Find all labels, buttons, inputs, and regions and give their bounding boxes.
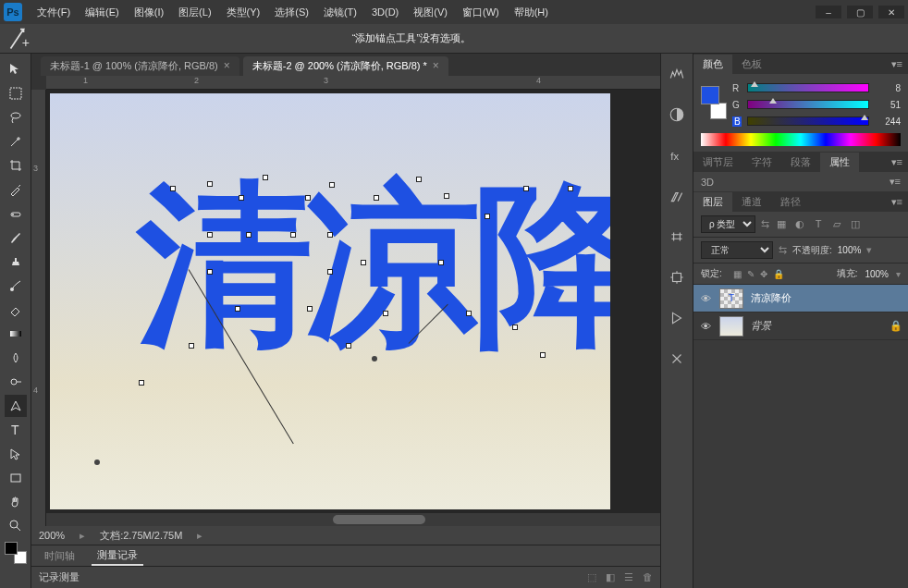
panel-menu-icon[interactable]: ▾≡ (886, 156, 908, 168)
anchor-point[interactable] (485, 214, 490, 219)
filter-type-icon[interactable]: T (812, 218, 825, 230)
anchor-point[interactable] (438, 260, 444, 265)
panel-menu-icon[interactable]: ▾≡ (890, 176, 901, 188)
g-value[interactable]: 51 (875, 100, 901, 110)
tab-channels[interactable]: 通道 (732, 192, 771, 212)
anchor-point[interactable] (170, 186, 176, 191)
actions-panel-icon[interactable] (666, 307, 688, 329)
filter-shape-icon[interactable]: ▱ (830, 218, 843, 230)
blend-mode-select[interactable]: 正常 (701, 241, 773, 259)
panel-menu-icon[interactable]: ▾≡ (886, 196, 908, 208)
lasso-tool[interactable] (5, 106, 27, 129)
gradient-tool[interactable] (5, 323, 27, 345)
eyedropper-tool[interactable] (5, 178, 27, 201)
foreground-color-swatch[interactable] (5, 542, 18, 555)
anchor-point[interactable] (305, 195, 311, 201)
adjustments-panel-icon[interactable] (666, 104, 688, 126)
window-close-button[interactable]: ✕ (878, 6, 904, 18)
anchor-point[interactable] (246, 232, 252, 238)
anchor-point[interactable] (239, 195, 244, 201)
brushes-panel-icon[interactable] (666, 185, 688, 207)
close-icon[interactable]: × (224, 59, 230, 72)
tab-measurement-log[interactable]: 测量记录 (92, 546, 143, 566)
anchor-point[interactable] (307, 306, 313, 312)
anchor-point[interactable] (207, 232, 213, 238)
anchor-point[interactable] (568, 186, 573, 191)
filter-adjust-icon[interactable]: ◐ (793, 218, 806, 230)
anchor-point[interactable] (207, 181, 213, 187)
layer-thumbnail[interactable] (719, 316, 743, 337)
tab-swatches[interactable]: 色板 (732, 55, 771, 74)
filter-smart-icon[interactable]: ◫ (849, 218, 862, 230)
zoom-tool[interactable] (5, 515, 27, 537)
layer-thumbnail[interactable] (719, 288, 743, 309)
tab-character[interactable]: 字符 (742, 153, 781, 172)
panel-menu-icon[interactable]: ▾≡ (886, 58, 908, 70)
clone-source-panel-icon[interactable] (666, 266, 688, 288)
g-slider[interactable] (747, 100, 869, 109)
anchor-point[interactable] (189, 343, 194, 349)
lock-transparency-icon[interactable]: ▦ (733, 269, 742, 279)
measurement-icon[interactable]: ⬚ (587, 571, 596, 583)
measurement-icon[interactable]: ☰ (624, 571, 633, 583)
filter-pixel-icon[interactable]: ▦ (775, 218, 788, 230)
layer-name[interactable]: 背景 (751, 319, 882, 333)
rectangle-tool[interactable] (5, 467, 27, 489)
anchor-point[interactable] (374, 195, 379, 201)
histogram-panel-icon[interactable] (666, 63, 688, 85)
tab-paragraph[interactable]: 段落 (781, 153, 820, 172)
layer-name[interactable]: 清凉降价 (751, 291, 902, 305)
anchor-point[interactable] (361, 260, 366, 265)
tab-properties[interactable]: 属性 (820, 153, 859, 172)
magic-wand-tool[interactable] (5, 130, 27, 153)
anchor-point[interactable] (416, 177, 422, 182)
eraser-tool[interactable] (5, 299, 27, 321)
tab-timeline[interactable]: 时间轴 (39, 547, 80, 565)
tool-presets-panel-icon[interactable] (666, 348, 688, 370)
menu-window[interactable]: 窗口(W) (455, 2, 507, 23)
menu-view[interactable]: 视图(V) (406, 2, 455, 23)
close-icon[interactable]: × (433, 59, 439, 72)
r-value[interactable]: 8 (875, 83, 901, 93)
window-minimize-button[interactable]: – (816, 6, 841, 18)
anchor-point[interactable] (263, 175, 268, 180)
zoom-dropdown-icon[interactable]: ▸ (80, 530, 85, 542)
menu-layer[interactable]: 图层(L) (171, 2, 218, 23)
bezier-handle-end[interactable] (94, 459, 100, 465)
document-tab-2[interactable]: 未标题-2 @ 200% (清凉降价, RGB/8) * × (243, 56, 448, 76)
anchor-point[interactable] (512, 325, 518, 330)
b-value[interactable]: 244 (875, 116, 901, 127)
vertical-ruler[interactable]: 3 4 (31, 90, 46, 526)
trash-icon[interactable]: 🗑 (643, 571, 653, 583)
measurement-icon[interactable]: ◧ (606, 571, 615, 583)
color-spectrum[interactable] (701, 133, 901, 146)
menu-image[interactable]: 图像(I) (127, 2, 171, 23)
anchor-point[interactable] (207, 269, 213, 275)
layer-row[interactable]: 👁 清凉降价 (693, 285, 908, 312)
color-swatches[interactable] (701, 86, 727, 123)
canvas[interactable]: 清凉降 (50, 93, 610, 509)
horizontal-scrollbar[interactable] (46, 513, 660, 526)
anchor-point[interactable] (327, 269, 333, 275)
visibility-toggle-icon[interactable]: 👁 (699, 321, 712, 332)
b-slider[interactable] (747, 116, 869, 126)
healing-brush-tool[interactable] (5, 202, 27, 225)
scrollbar-thumb[interactable] (333, 515, 425, 524)
menu-3d[interactable]: 3D(D) (364, 3, 406, 21)
path-select-tool[interactable] (5, 443, 27, 465)
zoom-level[interactable]: 200% (39, 530, 65, 541)
anchor-point[interactable] (329, 182, 335, 188)
panel-fg-color[interactable] (701, 86, 719, 104)
anchor-point[interactable] (346, 343, 351, 349)
window-maximize-button[interactable]: ▢ (847, 6, 873, 18)
brush-tool[interactable] (5, 227, 27, 249)
marquee-tool[interactable] (5, 82, 27, 104)
anchor-point[interactable] (235, 306, 240, 312)
menu-help[interactable]: 帮助(H) (507, 2, 556, 23)
document-tab-1[interactable]: 未标题-1 @ 100% (清凉降价, RGB/8) × (41, 56, 239, 76)
canvas-viewport[interactable]: 清凉降 (46, 90, 660, 526)
tab-adjustments[interactable]: 调节层 (693, 153, 742, 172)
brush-presets-panel-icon[interactable] (666, 226, 688, 248)
pen-tool[interactable] (5, 395, 27, 417)
type-tool[interactable]: T (5, 419, 27, 441)
